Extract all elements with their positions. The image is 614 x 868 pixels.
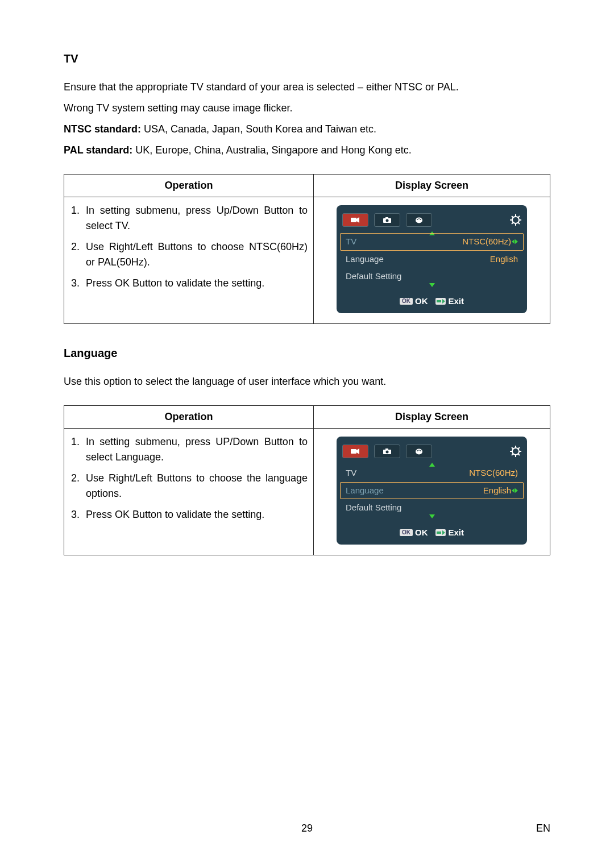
paragraph: Ensure that the appropriate TV standard … <box>64 80 550 95</box>
device-footer: OKOK Exit <box>340 522 524 539</box>
step-item: Press OK Button to validate the setting. <box>82 507 308 522</box>
palette-tab-icon <box>406 445 432 458</box>
menu-row-tv: TV NTSC(60Hz) <box>340 233 524 251</box>
exit-badge-icon <box>435 529 446 536</box>
svg-point-22 <box>417 450 418 451</box>
th-operation: Operation <box>64 175 314 197</box>
svg-line-15 <box>512 223 513 225</box>
page-number: 29 <box>0 821 614 836</box>
step-item: Use Right/Left Buttons to choose the lan… <box>82 471 308 501</box>
camera-tab-icon <box>374 445 400 458</box>
svg-point-25 <box>512 448 519 455</box>
step-item: In setting submenu, press Up/Down Button… <box>82 203 308 234</box>
svg-point-23 <box>418 450 420 451</box>
exit-hint: Exit <box>435 526 464 539</box>
section-title-tv: TV <box>64 50 550 67</box>
text-run: UK, Europe, China, Australia, Singapore … <box>132 144 411 156</box>
svg-line-13 <box>512 216 513 218</box>
th-operation: Operation <box>64 406 314 429</box>
svg-rect-3 <box>385 217 388 219</box>
paragraph: Wrong TV system setting may cause image … <box>64 101 550 116</box>
ok-hint: OKOK <box>400 295 428 308</box>
menu-label: Default Setting <box>346 270 401 283</box>
svg-line-33 <box>518 447 520 449</box>
strong-run: NTSC standard: <box>64 123 141 135</box>
strong-run: PAL standard: <box>64 144 132 156</box>
right-arrow-icon <box>515 488 518 493</box>
paragraph: PAL standard: UK, Europe, China, Austral… <box>64 143 550 158</box>
device-screenshot: TV NTSC(60Hz) Language English Default S… <box>337 437 527 545</box>
menu-row-language: Language English <box>340 251 524 268</box>
arrow-down-icon <box>429 514 435 518</box>
camera-tab-icon <box>374 213 400 227</box>
menu-label: Language <box>346 484 384 497</box>
svg-point-2 <box>386 219 389 222</box>
exit-hint: Exit <box>435 295 464 308</box>
operation-table-language: Operation Display Screen In setting subm… <box>64 405 550 555</box>
svg-point-7 <box>420 219 421 220</box>
arrow-down-icon <box>429 283 435 287</box>
operation-steps-cell: In setting submenu, press UP/Down Button… <box>64 429 314 555</box>
gear-tab-icon <box>510 214 521 226</box>
device-screenshot: TV NTSC(60Hz) Language English Default S… <box>337 205 527 313</box>
menu-value: NTSC(60Hz) <box>469 467 518 480</box>
exit-badge-icon <box>435 298 446 305</box>
video-tab-icon <box>342 445 368 458</box>
manual-page: TV Ensure that the appropriate TV standa… <box>0 0 614 555</box>
display-screen-cell: TV NTSC(60Hz) Language English Default S… <box>314 429 550 555</box>
menu-row-tv: TV NTSC(60Hz) <box>340 464 524 482</box>
svg-rect-20 <box>385 448 388 450</box>
svg-line-16 <box>518 216 520 218</box>
svg-point-6 <box>418 218 420 219</box>
svg-point-19 <box>386 451 389 454</box>
ok-badge-icon: OK <box>400 298 413 305</box>
mode-tabs <box>340 213 524 227</box>
svg-line-30 <box>512 447 513 449</box>
palette-tab-icon <box>406 213 432 227</box>
svg-point-24 <box>420 450 421 451</box>
operation-steps-cell: In setting submenu, press Up/Down Button… <box>64 197 314 324</box>
menu-value: NTSC(60Hz) <box>462 235 511 248</box>
section-title-language: Language <box>64 344 550 362</box>
device-footer: OKOK Exit <box>340 290 524 308</box>
svg-rect-17 <box>351 449 356 454</box>
ok-badge-icon: OK <box>400 529 413 536</box>
gear-tab-icon <box>510 445 521 458</box>
svg-point-5 <box>417 219 418 220</box>
menu-label: Default Setting <box>346 501 401 514</box>
display-screen-cell: TV NTSC(60Hz) Language English Default S… <box>314 197 550 324</box>
paragraph: Use this option to select the language o… <box>64 374 550 389</box>
menu-label: TV <box>346 235 356 248</box>
mode-tabs <box>340 445 524 458</box>
step-item: Use Right/Left Buttons to choose NTSC(60… <box>82 239 308 270</box>
menu-row-language: Language English <box>340 482 524 500</box>
menu-label: TV <box>346 467 356 480</box>
right-arrow-icon <box>515 239 518 244</box>
svg-line-31 <box>518 454 520 456</box>
menu-value: English <box>483 484 511 497</box>
th-display-screen: Display Screen <box>314 406 550 429</box>
menu-value: English <box>490 253 518 266</box>
operation-table-tv: Operation Display Screen In setting subm… <box>64 174 550 324</box>
th-display-screen: Display Screen <box>314 175 550 197</box>
text-run: USA, Canada, Japan, South Korea and Taiw… <box>141 123 376 135</box>
page-language: EN <box>536 821 550 836</box>
svg-rect-0 <box>351 218 356 222</box>
svg-line-14 <box>518 223 520 225</box>
left-arrow-icon <box>512 239 515 244</box>
svg-line-32 <box>512 454 513 456</box>
ok-hint: OKOK <box>400 526 428 539</box>
video-tab-icon <box>342 213 368 227</box>
left-arrow-icon <box>512 488 515 493</box>
svg-point-8 <box>512 217 519 223</box>
page-footer: 29 EN <box>0 821 614 836</box>
paragraph: NTSC standard: USA, Canada, Japan, South… <box>64 122 550 137</box>
step-item: Press OK Button to validate the setting. <box>82 276 308 291</box>
step-item: In setting submenu, press UP/Down Button… <box>82 434 308 465</box>
menu-label: Language <box>346 253 384 266</box>
